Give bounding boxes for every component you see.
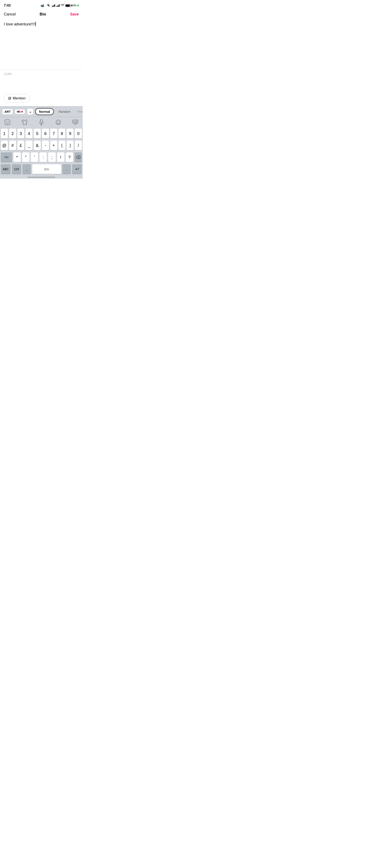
key-ampersand[interactable]: & [34,141,41,150]
svg-point-8 [59,122,60,122]
key-colon[interactable]: : [39,152,47,162]
key-pound[interactable]: £ [18,141,24,150]
key-return[interactable] [72,164,82,174]
smiley-icon[interactable] [54,118,62,126]
keyboard-icon-row [0,117,83,128]
key-0[interactable]: 0 [75,129,82,138]
svg-point-7 [57,122,58,122]
key-1[interactable]: 1 [1,129,8,138]
bio-input-area[interactable]: I love adventure!!!! [0,19,83,70]
status-time: 7:43 [4,4,10,7]
font-style-toolbar: ART BIG ⌄ Normal Random Premium [0,106,83,117]
key-openparen[interactable]: ( [59,141,65,150]
emoji-keyboard-icon[interactable] [3,118,11,126]
cancel-button[interactable]: Cancel [4,12,16,17]
page-title: Bio [40,12,46,17]
art-label: ART [4,110,10,113]
battery-icon [65,4,71,7]
save-button[interactable]: Save [70,12,79,17]
premium-font-button[interactable]: Premium [75,108,83,115]
key-exclaim[interactable]: ! [57,152,64,162]
hide-keyboard-icon[interactable] [71,118,79,126]
home-indicator [0,175,83,179]
font-dropdown-button[interactable]: ⌄ [27,108,33,115]
key-6[interactable]: 6 [42,129,49,138]
home-bar [28,177,55,178]
number-row: 1 2 3 4 5 6 7 8 9 0 [0,128,83,140]
key-doublequote[interactable]: " [22,152,29,162]
backspace-key[interactable] [74,152,82,162]
key-semicolon[interactable]: ; [48,152,56,162]
green-dot-indicator [77,5,79,6]
tshirt-icon[interactable] [20,118,28,126]
text-cursor [35,22,36,26]
mention-at-icon: @ [8,96,11,100]
key-3[interactable]: 3 [18,129,24,138]
key-minus[interactable]: - [42,141,49,150]
key-singlequote[interactable]: ' [31,152,38,162]
key-2[interactable]: 2 [9,129,16,138]
symbols-row-1: @ # £ _ & - + ( ) / [0,140,83,151]
key-9[interactable]: 9 [67,129,73,138]
key-5[interactable]: 5 [34,129,41,138]
svg-point-1 [6,121,7,122]
key-underscore[interactable]: _ [25,141,32,150]
mute-icon [47,4,50,8]
key-asterisk[interactable]: * [13,152,21,162]
mention-label: Mention [13,96,25,100]
battery-fill [66,5,70,6]
chevron-down-icon: ⌄ [29,110,32,114]
keyboard: 1 2 3 4 5 6 7 8 9 0 @ # £ _ & - + ( ) / … [0,128,83,175]
wifi-icon [61,4,64,7]
key-abc[interactable]: ABC [1,164,10,174]
key-at[interactable]: @ [1,141,8,150]
key-question[interactable]: ? [66,152,73,162]
random-font-button[interactable]: Random [56,108,73,115]
premium-label: Premium [77,110,83,113]
svg-rect-0 [5,120,10,125]
signal-bars-2 [56,4,60,7]
battery-percent: 90% [71,4,77,7]
random-label: Random [59,110,70,113]
bio-text-value: I love adventure!!!! [4,22,35,27]
key-7[interactable]: 7 [50,129,57,138]
svg-rect-3 [40,120,42,123]
normal-font-button[interactable]: Normal [35,108,54,115]
key-slash[interactable]: / [75,141,82,150]
nav-bar: Cancel Bio Save [0,10,83,19]
key-4[interactable]: 4 [25,129,32,138]
mention-section: @ Mention [0,91,83,106]
key-123[interactable]: 123 [12,164,21,174]
mention-button[interactable]: @ Mention [4,94,30,103]
big-font-button[interactable]: BIG [14,109,25,114]
key-space[interactable]: EN [32,164,61,174]
key-comma[interactable]: , [23,164,31,174]
status-bar: 7:43 📹 · [0,0,83,10]
key-8[interactable]: 8 [59,129,65,138]
svg-rect-9 [73,120,78,123]
char-count: 21/80 [0,70,83,78]
big-label: BIG [17,111,21,113]
key-special[interactable]: =\< [1,152,12,162]
art-font-button[interactable]: ART [2,109,13,115]
camera-dot-icon: 📹 · [40,4,46,7]
status-icons: 📹 · [40,4,79,8]
key-hash[interactable]: # [9,141,16,150]
key-plus[interactable]: + [50,141,57,150]
microphone-icon[interactable] [37,118,46,126]
key-closeparen[interactable]: ) [67,141,73,150]
battery-container: 90% [65,4,79,7]
bottom-row: ABC 123 , EN . [0,163,83,175]
svg-point-2 [8,121,9,122]
bio-text-content[interactable]: I love adventure!!!! [4,22,79,27]
signal-bars-1 [52,4,55,7]
symbols-row-2: =\< * " ' : ; ! ? [0,151,83,163]
normal-label: Normal [39,110,50,113]
font-red-dot [21,111,23,113]
key-period[interactable]: . [62,164,71,174]
